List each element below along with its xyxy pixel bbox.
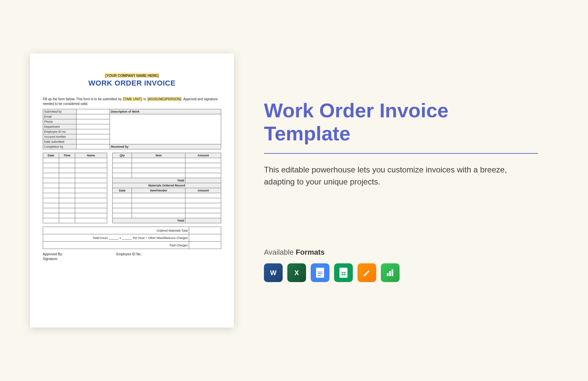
word-icon[interactable] xyxy=(264,263,283,282)
totals-table: Ordered Materials Total Total Hours ____… xyxy=(43,227,221,249)
format-icon-row xyxy=(264,263,538,282)
apple-pages-icon[interactable] xyxy=(357,263,376,282)
svg-rect-0 xyxy=(387,273,389,276)
svg-rect-1 xyxy=(389,271,391,276)
page-title: Work Order Invoice Template xyxy=(264,99,538,145)
apple-numbers-icon[interactable] xyxy=(381,263,400,282)
company-name-placeholder: [YOUR COMPANY NAME HERE] xyxy=(43,74,221,78)
google-sheets-icon[interactable] xyxy=(334,263,353,282)
excel-icon[interactable] xyxy=(287,263,306,282)
description-text: This editable powerhouse lets you custom… xyxy=(264,164,538,188)
signature-block: Approved By:Employee ID No.: Signature: xyxy=(43,252,221,261)
info-table: Submitted byDescription of Work Email Ph… xyxy=(43,109,221,149)
document-preview: [YOUR COMPANY NAME HERE] WORK ORDER INVO… xyxy=(30,53,234,328)
instructions-text: Fill up the form below. This form is to … xyxy=(43,97,221,106)
formats-label: Available Formats xyxy=(264,248,538,257)
info-panel: Work Order Invoice Template This editabl… xyxy=(264,99,558,282)
google-docs-icon[interactable] xyxy=(311,263,329,282)
svg-rect-2 xyxy=(392,269,393,276)
document-title: WORK ORDER INVOICE xyxy=(43,79,221,88)
items-table: Date Time Name Qty Item Amount Total Mat… xyxy=(43,153,221,223)
title-divider xyxy=(264,153,538,154)
